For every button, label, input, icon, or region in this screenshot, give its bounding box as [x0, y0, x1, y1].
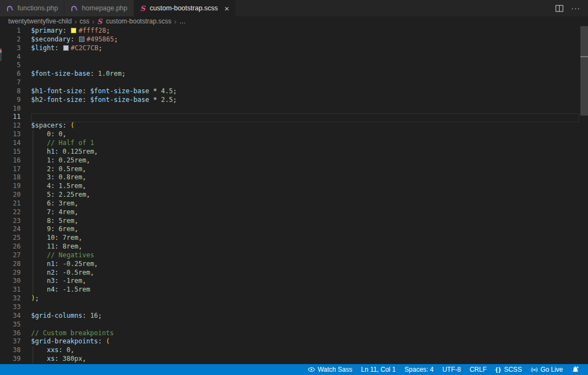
code-line[interactable]: 15 h1: 0.125rem, [0, 148, 588, 156]
line-number: 37 [0, 337, 21, 346]
indent-guide [33, 199, 33, 208]
code-line[interactable]: 12$spacers: ( [0, 122, 588, 130]
code-text [21, 303, 31, 312]
code-line[interactable]: 32); [0, 294, 588, 303]
code-line[interactable]: 5 [0, 61, 588, 70]
code-line[interactable]: 8$h1-font-size: $font-size-base * 4.5; [0, 87, 588, 96]
code-text [21, 105, 31, 113]
status-language-mode[interactable]: {}SCSS [491, 364, 526, 375]
code-line[interactable]: 20 5: 2.25rem, [0, 191, 588, 199]
code-line[interactable]: 17 2: 0.5rem, [0, 165, 588, 174]
code-text: 5: 2.25rem, [21, 191, 90, 199]
tab-custom-bootstrap-scss[interactable]: Scustom-bootstrap.scss× [134, 0, 236, 16]
tab-label: functions.php [17, 4, 58, 12]
code-line[interactable]: 34$grid-columns: 16; [0, 312, 588, 320]
code-line[interactable]: 9$h2-font-size: $font-size-base * 2.5; [0, 96, 588, 105]
code-line[interactable]: 26 11: 8rem, [0, 243, 588, 251]
code-line[interactable]: 19 4: 1.5rem, [0, 182, 588, 191]
code-line[interactable]: 33 [0, 303, 588, 312]
tab-functions-php[interactable]: functions.php [0, 0, 64, 16]
code-text: 6: 3rem, [21, 199, 78, 208]
code-text [21, 78, 31, 87]
code-text: 10: 7rem, [21, 234, 82, 243]
code-line[interactable]: 36// Custom breakpoints [0, 329, 588, 338]
more-actions-icon[interactable]: ··· [571, 3, 580, 13]
code-text [21, 61, 31, 70]
tab-label: custom-bootstrap.scss [150, 4, 218, 12]
breadcrumb-item-[interactable]: … [179, 17, 186, 25]
split-editor-icon[interactable] [555, 5, 563, 12]
line-number: 38 [0, 346, 21, 355]
status-indentation[interactable]: Spaces: 4 [400, 364, 438, 375]
color-swatch[interactable] [79, 37, 84, 42]
breadcrumb-item-custom-bootstrap-scss[interactable]: Scustom-bootstrap.scss [97, 17, 171, 26]
svg-text:S: S [140, 4, 146, 13]
code-line[interactable]: 27 // Negatives [0, 251, 588, 260]
status-watch-sass[interactable]: Watch Sass [304, 364, 357, 375]
code-line[interactable]: 39 xs: 380px, [0, 355, 588, 364]
code-line[interactable]: 13 0: 0, [0, 130, 588, 139]
broadcast-icon [531, 366, 538, 373]
line-number: 18 [0, 173, 21, 182]
code-line[interactable]: 10 [0, 105, 588, 113]
status-cursor-position[interactable]: Ln 11, Col 1 [356, 364, 400, 375]
color-swatch[interactable] [71, 28, 76, 33]
vertical-scrollbar[interactable] [580, 26, 588, 364]
php-icon [6, 5, 14, 12]
code-line[interactable]: 28 n1: -0.25rem, [0, 260, 588, 269]
scrollbar-thumb[interactable] [580, 26, 588, 116]
status-eol-selector[interactable]: CRLF [465, 364, 491, 375]
code-editor[interactable]: 1$primary: #ffff28;2$secondary: #495865;… [0, 26, 588, 364]
indent-guide [33, 234, 33, 243]
breadcrumb-item-twentytwentyfive-child[interactable]: twentytwentyfive-child [8, 17, 72, 25]
color-swatch[interactable] [63, 45, 69, 51]
code-line[interactable]: 3$light: #C2C7CB; [0, 44, 588, 53]
code-line[interactable]: 7 [0, 78, 588, 87]
code-line[interactable]: 29 n2: -0.5rem, [0, 269, 588, 277]
editor-actions: ··· [555, 0, 588, 16]
code-line[interactable]: 14 // Half of 1 [0, 139, 588, 148]
indent-guide [33, 346, 33, 355]
breadcrumb-label: … [179, 17, 186, 25]
status-notifications[interactable] [567, 364, 584, 375]
line-number: 20 [0, 191, 21, 199]
php-icon [70, 5, 78, 12]
line-number: 19 [0, 182, 21, 191]
code-text: 9: 6rem, [21, 225, 78, 234]
status-go-live[interactable]: Go Live [526, 364, 567, 375]
code-line[interactable]: 16 1: 0.25rem, [0, 156, 588, 165]
line-number: 9 [0, 96, 21, 105]
line-number: 35 [0, 320, 21, 329]
code-text: 2: 0.5rem, [21, 165, 86, 174]
code-line[interactable]: 1$primary: #ffff28; [0, 27, 588, 35]
status-label: UTF-8 [442, 366, 461, 373]
code-line[interactable]: 11 [0, 113, 588, 122]
line-number: 14 [0, 139, 21, 148]
code-line[interactable]: 24 9: 6rem, [0, 225, 588, 234]
status-encoding[interactable]: UTF-8 [438, 364, 465, 375]
code-line[interactable]: 21 6: 3rem, [0, 199, 588, 208]
code-line[interactable]: 23 8: 5rem, [0, 217, 588, 226]
code-line[interactable]: 37$grid-breakpoints: ( [0, 337, 588, 346]
code-text: 4: 1.5rem, [21, 182, 86, 191]
code-line[interactable]: 4 [0, 53, 588, 62]
status-label: Go Live [541, 366, 563, 373]
tab-bar: functions.phphomepage.phpScustom-bootstr… [0, 0, 588, 16]
code-line[interactable]: 22 7: 4rem, [0, 208, 588, 217]
tab-homepage-php[interactable]: homepage.php [64, 0, 134, 16]
code-line[interactable]: 18 3: 0.8rem, [0, 173, 588, 182]
code-line[interactable]: 6$font-size-base: 1.0rem; [0, 70, 588, 78]
code-line[interactable]: 31 n4: -1.5rem [0, 286, 588, 294]
code-text: n4: -1.5rem [21, 286, 90, 294]
status-label: CRLF [470, 366, 487, 373]
indent-guide [33, 225, 33, 234]
code-line[interactable]: 30 n3: -1rem, [0, 277, 588, 286]
code-line[interactable]: 2$secondary: #495865; [0, 35, 588, 44]
indent-guide [33, 182, 33, 191]
close-icon[interactable]: × [225, 4, 229, 13]
code-line[interactable]: 25 10: 7rem, [0, 234, 588, 243]
code-line[interactable]: 35 [0, 320, 588, 329]
line-number: 10 [0, 105, 21, 113]
code-line[interactable]: 38 xxs: 0, [0, 346, 588, 355]
breadcrumb-item-css[interactable]: css [80, 17, 89, 25]
